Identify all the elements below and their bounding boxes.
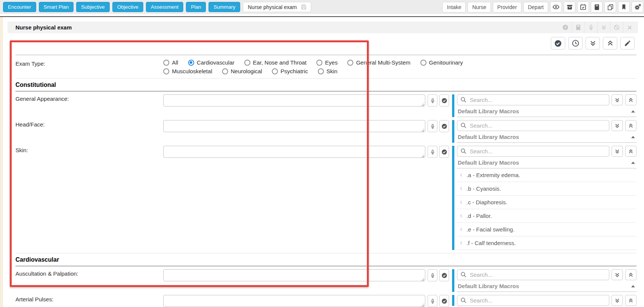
library-book-icon[interactable] <box>572 22 584 33</box>
nurse-button[interactable]: Nurse <box>468 2 491 12</box>
collapse-all-button[interactable] <box>586 37 600 49</box>
calendar-check-icon[interactable] <box>577 2 589 12</box>
radio-all[interactable]: All <box>163 59 178 66</box>
radio-circle-icon[interactable] <box>163 60 169 66</box>
radio-general-multi-system[interactable]: General Multi-System <box>347 59 410 66</box>
search-icon <box>460 148 467 154</box>
tab-objective[interactable]: Objective <box>112 2 143 12</box>
macro-search-input[interactable] <box>457 94 609 105</box>
macro-item[interactable]: .a - Extremity edema. <box>457 168 636 182</box>
confirm-check-button[interactable] <box>439 94 449 106</box>
tab-encounter[interactable]: Encounter <box>3 2 36 12</box>
radio-skin[interactable]: Skin <box>318 68 337 74</box>
move-up-button[interactable] <box>625 120 636 131</box>
microphone-icon[interactable] <box>584 22 597 33</box>
skin-textarea[interactable] <box>163 146 425 158</box>
book-icon[interactable] <box>591 2 603 12</box>
radio-circle-icon[interactable] <box>420 60 426 66</box>
macro-label: .e - Facial swelling. <box>466 226 515 233</box>
tab-assessment[interactable]: Assessment <box>146 2 184 12</box>
head-face-textarea[interactable] <box>163 120 425 132</box>
default-library-macros-header[interactable]: Default Library Macros <box>457 105 636 117</box>
dictate-mic-button[interactable] <box>428 120 437 132</box>
radio-circle-icon[interactable] <box>318 68 324 74</box>
confirm-check-button[interactable] <box>439 295 449 307</box>
move-up-button[interactable] <box>625 146 636 157</box>
radio-circle-icon[interactable] <box>163 68 169 74</box>
note-actions-row <box>0 37 635 49</box>
macro-item[interactable]: .d - Pallor. <box>457 209 636 223</box>
move-down-button[interactable] <box>612 295 623 306</box>
default-library-macros-header[interactable]: Default Library Macros <box>457 280 636 292</box>
macro-item[interactable]: .c - Diaphoresis. <box>457 196 636 209</box>
dictate-mic-button[interactable] <box>428 94 437 106</box>
move-up-button[interactable] <box>625 295 636 306</box>
auscultation-palpation-textarea[interactable] <box>163 269 425 281</box>
help-icon[interactable]: ? <box>559 22 572 33</box>
radio-cardiovascular[interactable]: Cardiovascular <box>188 59 235 66</box>
macro-label: .f - Calf tenderness. <box>466 240 516 246</box>
textarea-wrap <box>163 94 425 108</box>
radio-circle-icon[interactable] <box>188 60 194 66</box>
radio-circle-icon[interactable] <box>272 68 278 74</box>
macro-item[interactable]: .f - Calf tenderness. <box>457 236 636 250</box>
save-icon[interactable] <box>301 4 307 10</box>
tab-nurse-physical-exam-active[interactable]: Nurse physical exam <box>243 2 311 12</box>
move-down-button[interactable] <box>612 269 623 280</box>
intake-button[interactable]: Intake <box>442 2 466 12</box>
ban-icon[interactable] <box>610 22 623 33</box>
edit-pencil-button[interactable] <box>620 37 635 49</box>
radio-genitourinary[interactable]: Genitourinary <box>420 59 463 66</box>
double-chevron-down-icon[interactable] <box>597 22 610 33</box>
dictate-mic-button[interactable] <box>428 295 437 307</box>
close-icon[interactable] <box>623 22 636 33</box>
default-library-macros-header[interactable]: Default Library Macros <box>457 131 636 143</box>
radio-psychiatric[interactable]: Psychiatric <box>272 68 308 74</box>
provider-button[interactable]: Provider <box>493 2 521 12</box>
default-library-macros-header[interactable]: Default Library Macros <box>457 157 636 168</box>
radio-eyes[interactable]: Eyes <box>316 59 337 66</box>
move-up-button[interactable] <box>625 94 636 105</box>
macro-search-input[interactable] <box>457 269 609 280</box>
move-up-button[interactable] <box>625 269 636 280</box>
search-icon <box>460 122 467 129</box>
check-circle-button[interactable] <box>551 37 565 49</box>
macro-search-input[interactable] <box>457 146 609 157</box>
confirm-check-button[interactable] <box>439 120 449 132</box>
radio-circle-icon[interactable] <box>347 60 353 66</box>
radio-circle-icon[interactable] <box>316 60 322 66</box>
arterial-pulses-textarea[interactable] <box>163 295 425 307</box>
tab-smart-plan[interactable]: Smart Plan <box>39 2 74 12</box>
panel-accent-bar <box>452 146 454 250</box>
eye-icon[interactable] <box>550 2 562 12</box>
confirm-check-button[interactable] <box>439 269 449 281</box>
radio-ear-nose-throat[interactable]: Ear, Nose and Throat <box>244 59 307 66</box>
dictate-mic-button[interactable] <box>428 269 437 281</box>
copy-pages-icon[interactable] <box>604 2 616 12</box>
move-down-button[interactable] <box>612 146 623 157</box>
field-label: Skin: <box>15 146 163 153</box>
dictate-mic-button[interactable] <box>428 146 437 158</box>
tab-subjective[interactable]: Subjective <box>76 2 109 12</box>
radio-neurological[interactable]: Neurological <box>222 68 262 74</box>
radio-circle-icon[interactable] <box>222 68 228 74</box>
macro-item[interactable]: .e - Facial swelling. <box>457 223 636 236</box>
macro-item[interactable]: .b - Cyanosis. <box>457 182 636 196</box>
macro-search-input[interactable] <box>457 295 609 306</box>
move-down-button[interactable] <box>612 94 623 105</box>
clock-button[interactable] <box>568 37 583 49</box>
settings-gears-icon[interactable] <box>632 2 643 12</box>
confirm-check-button[interactable] <box>439 146 449 158</box>
move-down-button[interactable] <box>612 120 623 131</box>
radio-circle-icon[interactable] <box>244 60 250 66</box>
expand-all-button[interactable] <box>603 37 617 49</box>
tab-summary[interactable]: Summary <box>209 2 240 12</box>
section-header-cardiovascular: Cardiovascular <box>15 255 636 266</box>
radio-musculoskeletal[interactable]: Musculoskeletal <box>163 68 212 74</box>
bookmark-icon[interactable] <box>618 2 630 12</box>
general-appearance-textarea[interactable] <box>163 94 425 106</box>
depart-button[interactable]: Depart <box>523 2 548 12</box>
macro-search-input[interactable] <box>457 120 609 131</box>
tab-plan[interactable]: Plan <box>186 2 206 12</box>
archive-box-icon[interactable] <box>564 2 575 12</box>
